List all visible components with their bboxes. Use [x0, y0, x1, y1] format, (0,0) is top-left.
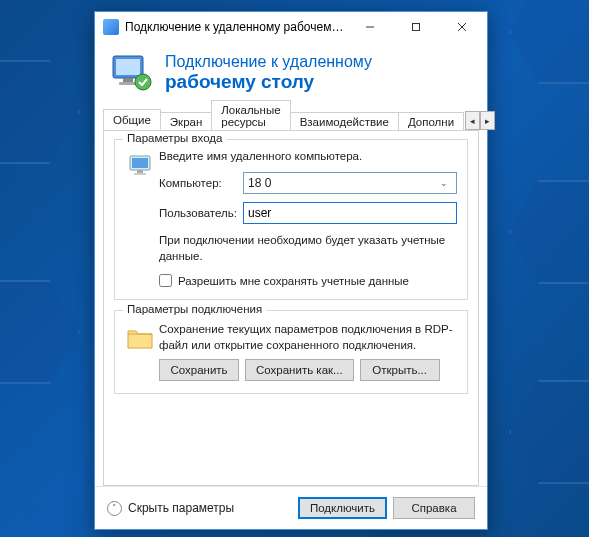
- header-line1: Подключение к удаленному: [165, 53, 372, 71]
- tab-display[interactable]: Экран: [160, 112, 212, 131]
- connect-button[interactable]: Подключить: [298, 497, 387, 519]
- save-credentials-label: Разрешить мне сохранять учетные данные: [178, 275, 409, 287]
- rdp-header-icon: [111, 52, 153, 94]
- header-line2: рабочему столу: [165, 71, 372, 93]
- tab-scroll-right[interactable]: ▸: [480, 111, 495, 130]
- hide-options-toggle[interactable]: ˄ Скрыть параметры: [107, 501, 234, 516]
- login-settings-group: Параметры входа Введите имя удаленного к…: [114, 139, 468, 300]
- svg-rect-1: [413, 23, 420, 30]
- login-group-title: Параметры входа: [123, 132, 226, 144]
- svg-rect-10: [132, 158, 148, 168]
- save-as-button[interactable]: Сохранить как...: [245, 359, 354, 381]
- app-icon: [103, 19, 119, 35]
- save-button[interactable]: Сохранить: [159, 359, 239, 381]
- minimize-button[interactable]: [347, 12, 393, 41]
- svg-rect-12: [134, 173, 146, 175]
- computer-label: Компьютер:: [159, 177, 243, 189]
- conn-desc: Сохранение текущих параметров подключени…: [159, 321, 457, 353]
- computer-value: 18 0: [248, 176, 436, 190]
- titlebar[interactable]: Подключение к удаленному рабочему с...: [95, 12, 487, 42]
- tab-local-resources[interactable]: Локальные ресурсы: [211, 100, 290, 131]
- dialog-header: Подключение к удаленному рабочему столу: [95, 42, 487, 106]
- tab-panel-general: Параметры входа Введите имя удаленного к…: [103, 130, 479, 486]
- login-intro: Введите имя удаленного компьютера.: [159, 150, 457, 162]
- dialog-footer: ˄ Скрыть параметры Подключить Справка: [95, 486, 487, 529]
- folder-icon: [125, 321, 159, 381]
- tab-advanced[interactable]: Дополни: [398, 112, 464, 131]
- chevron-down-icon: ⌄: [436, 173, 452, 193]
- save-credentials-row[interactable]: Разрешить мне сохранять учетные данные: [159, 274, 457, 287]
- open-button[interactable]: Открыть...: [360, 359, 440, 381]
- user-label: Пользователь:: [159, 207, 243, 219]
- tab-scroll-left[interactable]: ◂: [465, 111, 480, 130]
- credentials-note: При подключении необходимо будет указать…: [159, 232, 457, 264]
- tab-strip: Общие Экран Локальные ресурсы Взаимодейс…: [95, 106, 487, 130]
- connection-settings-group: Параметры подключения Сохранение текущих…: [114, 310, 468, 394]
- window-title: Подключение к удаленному рабочему с...: [125, 20, 347, 34]
- username-input[interactable]: [243, 202, 457, 224]
- svg-rect-7: [119, 82, 137, 85]
- tab-experience[interactable]: Взаимодействие: [290, 112, 399, 131]
- maximize-button[interactable]: [393, 12, 439, 41]
- rdp-dialog: Подключение к удаленному рабочему с...: [94, 11, 488, 530]
- svg-rect-5: [116, 59, 140, 75]
- svg-rect-6: [123, 78, 133, 82]
- close-button[interactable]: [439, 12, 485, 41]
- computer-combobox[interactable]: 18 0 ⌄: [243, 172, 457, 194]
- computer-icon: [125, 150, 159, 287]
- conn-group-title: Параметры подключения: [123, 303, 266, 315]
- chevron-up-icon: ˄: [107, 501, 122, 516]
- tab-general[interactable]: Общие: [103, 109, 161, 130]
- svg-rect-11: [137, 170, 143, 173]
- save-credentials-checkbox[interactable]: [159, 274, 172, 287]
- help-button[interactable]: Справка: [393, 497, 475, 519]
- hide-options-label: Скрыть параметры: [128, 501, 234, 515]
- svg-point-8: [135, 74, 151, 90]
